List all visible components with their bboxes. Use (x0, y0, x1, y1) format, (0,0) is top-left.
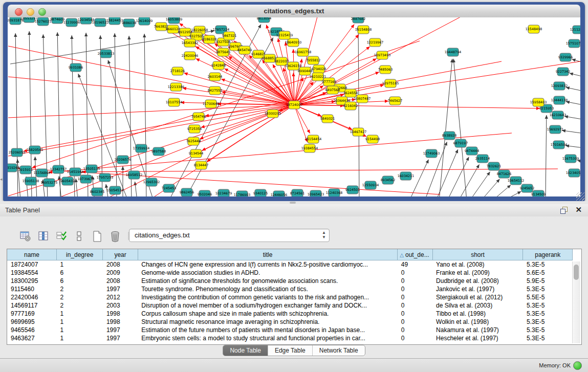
table-row[interactable]: 2242004622012Investigating the contribut… (7, 293, 573, 301)
table-tabs-bar: Node TableEdge TableNetwork Table (0, 345, 588, 357)
status-bar: Memory: OK (0, 358, 588, 372)
float-panel-icon[interactable] (560, 207, 568, 214)
network-node-label: 8454749 (237, 48, 252, 52)
network-node-label: 7245453 (162, 186, 176, 190)
table-row[interactable]: 911546021997Tourette syndrome. Phenomeno… (7, 285, 573, 293)
network-node-label: 9154498 (365, 137, 380, 141)
table-selector-dropdown[interactable]: citations_edges.txt ▲▼ (129, 229, 330, 242)
column-header-pagerank[interactable]: pagerank (523, 249, 573, 260)
network-node-label: 2935114 (475, 157, 490, 161)
network-node-label: 18226058 (191, 28, 208, 32)
column-select-icon[interactable] (37, 230, 50, 243)
network-node-label: 5467321 (222, 34, 236, 38)
network-node-label: 15276021 (35, 19, 52, 24)
network-node-label: 15054534 (107, 188, 124, 192)
network-node-label: 6497568 (325, 88, 340, 92)
network-node-label: 12213386 (168, 85, 185, 89)
memory-status-indicator-icon[interactable] (573, 361, 582, 370)
network-node-label: 10739678 (78, 177, 95, 181)
network-node-label: 6879197 (453, 141, 468, 145)
network-node-label: 16958512 (126, 173, 143, 177)
network-view-window: citations_edges.txt 20931876105532571527… (3, 2, 585, 201)
vertical-scrollbar[interactable] (572, 261, 580, 343)
sidebar-collapse-arrow-icon[interactable]: ◂ (0, 175, 3, 183)
table-mode-icon[interactable] (19, 230, 32, 243)
network-node-label: 16210221 (310, 75, 326, 79)
row-height-icon[interactable] (73, 230, 85, 243)
splitter-handle-icon[interactable] (290, 202, 296, 204)
scrollbar-thumb[interactable] (574, 265, 579, 280)
network-node-label: 9340125 (253, 191, 268, 195)
network-node-label: 11451944 (67, 170, 84, 174)
table-tabs-segment: Node TableEdge TableNetwork Table (223, 345, 365, 356)
network-node-label: 9134509 (531, 192, 546, 196)
network-node-label: 12219967 (367, 40, 384, 45)
network-node-label: 25206059 (9, 150, 26, 155)
network-node-label: 9897588 (151, 149, 166, 154)
network-node-label: 12975185 (382, 81, 399, 85)
network-node-label: 9874609 (50, 17, 64, 21)
new-column-icon[interactable] (91, 230, 103, 243)
tab-edge-table[interactable]: Edge Table (268, 345, 313, 356)
delete-column-icon[interactable] (109, 230, 121, 243)
network-node-label: 9725354 (187, 127, 202, 131)
network-node-label: 10654112 (508, 179, 525, 183)
table-row[interactable]: 1830029562008Estimation of significance … (7, 277, 573, 285)
column-header-year[interactable]: year (103, 249, 138, 260)
network-node-label: 8134447 (194, 163, 208, 167)
network-node-label: 17016504 (551, 143, 568, 147)
network-node-label: 7954746 (191, 115, 206, 119)
network-node-label: 10107554 (166, 100, 183, 104)
table-row[interactable]: 1456911722003Disruption of a novel membe… (7, 301, 573, 310)
tab-node-table[interactable]: Node Table (223, 345, 268, 356)
network-node-label: 8912954 (178, 30, 192, 34)
network-node-label: 9329966 (558, 55, 573, 59)
network-node-label: 9134544 (189, 151, 203, 156)
network-node-label: 19384554 (301, 146, 318, 150)
close-panel-icon[interactable]: ✕ (575, 206, 582, 214)
table-row[interactable]: 946554611997Estimation of the future num… (7, 326, 573, 334)
network-node-label: 12965302 (143, 180, 160, 184)
network-node-label: 16953275 (41, 181, 58, 185)
network-node-label: 8602345 (90, 190, 104, 194)
network-canvas[interactable]: 2093187610553257152760219874609112399061… (8, 17, 580, 196)
network-node-label: 2718126 (170, 69, 185, 73)
table-row[interactable]: 1938455462009Genome-wide association stu… (7, 269, 573, 277)
column-header-out_de[interactable]: △out_de... (398, 249, 432, 260)
network-node-label: 12093832 (551, 84, 568, 88)
network-node-label: 22420046 (182, 54, 199, 58)
network-node-label: 20533813 (98, 52, 115, 56)
network-node-label: 2887682 (351, 17, 365, 21)
table-row[interactable]: 969969511998Structural magnetic resonanc… (7, 318, 573, 326)
application-window: citations_edges.txt 20931876105532571527… (0, 0, 588, 372)
network-node-label: 15692971 (547, 127, 564, 132)
network-node-label: 7955812 (306, 58, 320, 62)
network-node-label: 17957253 (97, 176, 114, 180)
network-node-label: 8427552 (208, 89, 222, 93)
network-node-label: 16053809 (166, 17, 183, 21)
resize-grip-icon[interactable] (576, 192, 584, 201)
network-node-label: 10234679 (215, 191, 232, 195)
network-node-label: 9875645 (216, 50, 230, 54)
network-node-label: 12446056 (271, 193, 288, 196)
column-checklist-icon[interactable] (55, 230, 68, 243)
column-header-short[interactable]: short (432, 249, 523, 260)
network-node-label: 9502046 (198, 192, 212, 196)
network-node-label: 3915911 (18, 168, 33, 172)
network-node-label: 9146821 (251, 52, 266, 56)
network-node-label: 18724007 (286, 103, 303, 107)
table-row[interactable]: 1872400712008Changes of HCN gene express… (7, 260, 573, 269)
table-row[interactable]: 977716911998Corpus callosum shape and si… (7, 310, 573, 318)
network-window-titlebar[interactable]: citations_edges.txt (8, 5, 580, 18)
network-node-label: 18640910 (285, 40, 302, 45)
column-header-in_degree[interactable]: in_degree (56, 249, 102, 260)
network-node-label: 11548498 (526, 27, 542, 31)
table-row[interactable]: 946362711997Embryonic stem cells: a mode… (7, 334, 573, 342)
network-node-label: 8938928 (442, 134, 456, 138)
column-header-title[interactable]: title (138, 249, 398, 260)
tab-network-table[interactable]: Network Table (313, 345, 365, 356)
network-node-label: 8934562 (381, 178, 395, 182)
network-node-label: 9242848 (211, 63, 226, 68)
column-header-name[interactable]: name (7, 249, 56, 260)
network-node-label: 8471626 (497, 172, 511, 176)
